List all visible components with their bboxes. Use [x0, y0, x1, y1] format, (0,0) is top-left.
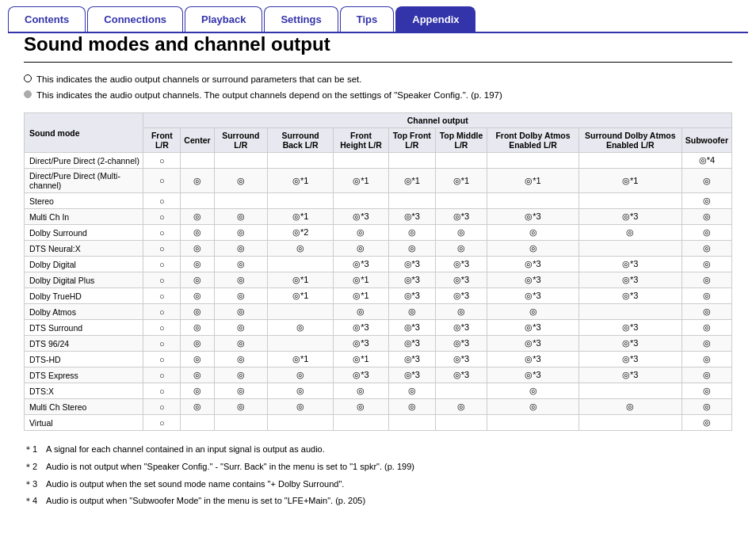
channel-cell: ◎	[214, 209, 267, 225]
channel-cell: ◎	[214, 320, 267, 336]
channel-cell: ◎	[214, 304, 267, 320]
tab-appendix[interactable]: Appendix	[395, 6, 475, 32]
channel-cell: ◎	[487, 383, 579, 399]
channel-cell: ◎	[181, 304, 214, 320]
channel-cell: ◎	[682, 209, 731, 225]
legend: This indicates the audio output channels…	[24, 72, 732, 103]
sound-mode-cell: DTS Express	[25, 367, 143, 383]
channel-cell	[334, 153, 389, 169]
channel-cell	[268, 257, 334, 272]
nav-tabs: Contents Connections Playback Settings T…	[0, 0, 756, 33]
channel-cell: ◎*1	[578, 169, 682, 193]
channel-cell: ◎*3	[334, 320, 389, 336]
table-row: Dolby Digital Plus○◎◎◎*1◎*1◎*3◎*3◎*3◎*3◎	[25, 272, 732, 288]
channel-cell	[578, 241, 682, 257]
channel-cell: ◎	[214, 257, 267, 272]
channel-cell: ◎	[682, 415, 731, 431]
tab-playback[interactable]: Playback	[185, 6, 262, 32]
channel-cell: ◎*3	[435, 320, 487, 336]
channel-cell: ◎	[435, 225, 487, 241]
channel-cell: ◎	[268, 320, 334, 336]
channel-cell: ◎	[487, 304, 579, 320]
channel-cell: ◎*1	[334, 272, 389, 288]
col-surround-lr: Surround L/R	[214, 128, 267, 153]
channel-cell: ○	[143, 320, 181, 336]
channel-cell: ◎	[388, 225, 435, 241]
channel-cell: ◎	[388, 241, 435, 257]
channel-cell: ◎	[682, 169, 731, 193]
channel-cell	[334, 193, 389, 209]
sound-mode-cell: Dolby Digital	[25, 257, 143, 272]
footnote: ＊1 A signal for each channel contained i…	[24, 442, 732, 458]
channel-cell: ◎	[214, 367, 267, 383]
channel-cell: ◎*3	[578, 272, 682, 288]
channel-cell: ◎	[682, 367, 731, 383]
channel-cell: ◎*3	[578, 320, 682, 336]
channel-cell: ◎*3	[388, 257, 435, 272]
channel-cell: ◎	[682, 304, 731, 320]
tab-contents[interactable]: Contents	[8, 6, 86, 32]
channel-cell: ◎*3	[578, 336, 682, 352]
col-soundmode-header: Sound mode	[25, 113, 143, 153]
channel-cell: ◎*3	[578, 257, 682, 272]
channel-cell: ◎	[682, 383, 731, 399]
channel-cell: ◎*3	[388, 272, 435, 288]
channel-cell: ◎	[682, 193, 731, 209]
channel-cell: ◎*3	[334, 367, 389, 383]
col-surround-back-lr: Surround Back L/R	[268, 128, 334, 153]
channel-cell	[214, 193, 267, 209]
legend-circle-1	[24, 74, 32, 82]
channel-cell: ◎	[214, 241, 267, 257]
channel-cell: ○	[143, 336, 181, 352]
channel-cell: ◎*1	[435, 169, 487, 193]
col-channel-output-header: Channel output	[143, 113, 732, 128]
channel-cell: ◎*3	[388, 209, 435, 225]
channel-cell: ○	[143, 272, 181, 288]
channel-cell: ◎	[682, 225, 731, 241]
channel-cell: ○	[143, 415, 181, 431]
channel-cell	[487, 153, 579, 169]
tab-connections[interactable]: Connections	[87, 6, 183, 32]
channel-cell: ◎	[682, 352, 731, 367]
sound-mode-cell: Direct/Pure Direct (Multi-channel)	[25, 169, 143, 193]
footnote: ＊3 Audio is output when the set sound mo…	[24, 477, 732, 493]
channel-cell	[214, 153, 267, 169]
channel-cell: ◎*1	[334, 288, 389, 304]
channel-cell: ◎	[334, 399, 389, 415]
table-header-main: Sound mode Channel output	[25, 113, 732, 128]
channel-output-table-wrapper: Sound mode Channel output Front L/R Cent…	[24, 112, 732, 431]
table-row: Dolby Atmos○◎◎◎◎◎◎◎	[25, 304, 732, 320]
channel-cell: ◎	[334, 225, 389, 241]
channel-cell: ◎	[181, 241, 214, 257]
tab-settings[interactable]: Settings	[264, 6, 338, 32]
table-row: Dolby TrueHD○◎◎◎*1◎*1◎*3◎*3◎*3◎*3◎	[25, 288, 732, 304]
channel-cell: ◎*3	[388, 320, 435, 336]
channel-cell	[268, 415, 334, 431]
channel-cell: ◎	[682, 272, 731, 288]
sound-mode-cell: Dolby Digital Plus	[25, 272, 143, 288]
channel-cell: ◎*3	[435, 257, 487, 272]
channel-cell: ◎*3	[487, 336, 579, 352]
channel-cell: ◎*3	[487, 257, 579, 272]
table-row: DTS-HD○◎◎◎*1◎*1◎*3◎*3◎*3◎*3◎	[25, 352, 732, 367]
channel-cell: ◎*3	[578, 352, 682, 367]
channel-cell: ○	[143, 225, 181, 241]
channel-cell: ◎	[214, 383, 267, 399]
sound-mode-cell: Multi Ch Stereo	[25, 399, 143, 415]
channel-cell: ◎*3	[435, 336, 487, 352]
channel-output-table: Sound mode Channel output Front L/R Cent…	[24, 112, 732, 431]
legend-circle-2	[24, 90, 32, 98]
channel-cell: ◎*2	[268, 225, 334, 241]
tab-tips[interactable]: Tips	[340, 6, 395, 32]
channel-cell: ◎*3	[334, 209, 389, 225]
channel-cell: ◎	[578, 225, 682, 241]
channel-cell: ◎	[214, 272, 267, 288]
channel-cell: ◎	[682, 257, 731, 272]
channel-cell: ◎	[268, 383, 334, 399]
table-row: Multi Ch Stereo○◎◎◎◎◎◎◎◎◎	[25, 399, 732, 415]
channel-cell: ◎*3	[388, 336, 435, 352]
channel-cell: ○	[143, 153, 181, 169]
channel-cell: ◎	[181, 257, 214, 272]
channel-cell: ◎	[268, 367, 334, 383]
channel-cell	[181, 193, 214, 209]
